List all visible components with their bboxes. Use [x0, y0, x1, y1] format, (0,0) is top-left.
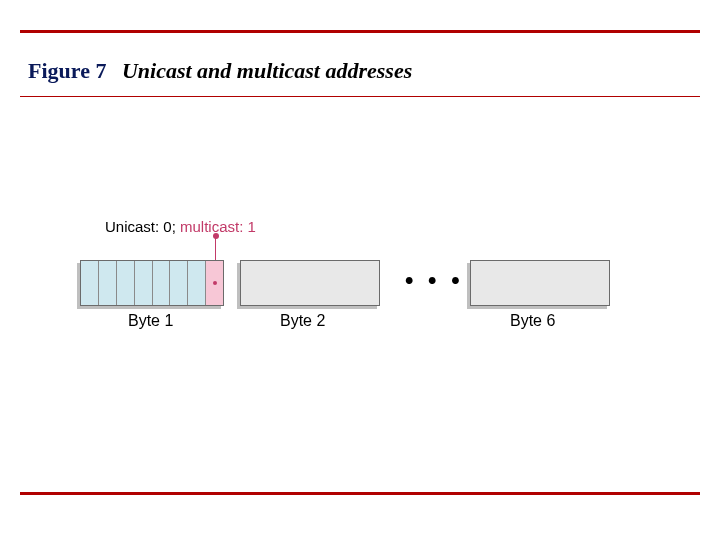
- byte1-bit: [81, 261, 99, 305]
- byte-1-label: Byte 1: [128, 312, 173, 330]
- figure-title: Unicast and multicast addresses: [122, 58, 412, 83]
- slide: Figure 7 Unicast and multicast addresses…: [0, 0, 720, 540]
- title-underline: [20, 96, 700, 97]
- bit-annotation: Unicast: 0; multicast: 1: [105, 218, 256, 235]
- byte1-multicast-bit: [206, 261, 223, 305]
- annotation-unicast: Unicast: 0;: [105, 218, 180, 235]
- byte-2-label: Byte 2: [280, 312, 325, 330]
- figure-label: Figure 7: [28, 58, 106, 83]
- annotation-multicast: multicast: 1: [180, 218, 256, 235]
- byte-1-box: [80, 260, 224, 306]
- byte1-bit: [99, 261, 117, 305]
- byte-6-label: Byte 6: [510, 312, 555, 330]
- byte1-bit: [135, 261, 153, 305]
- annotation-leader: [215, 236, 216, 260]
- figure-heading: Figure 7 Unicast and multicast addresses: [28, 58, 412, 84]
- byte1-bit: [170, 261, 188, 305]
- top-rule: [20, 30, 700, 33]
- byte-6-box: [470, 260, 610, 306]
- bottom-rule: [20, 492, 700, 495]
- ellipsis: • • •: [405, 266, 464, 294]
- byte1-bit: [188, 261, 206, 305]
- byte-2-box: [240, 260, 380, 306]
- byte1-bit: [153, 261, 171, 305]
- byte1-bit: [117, 261, 135, 305]
